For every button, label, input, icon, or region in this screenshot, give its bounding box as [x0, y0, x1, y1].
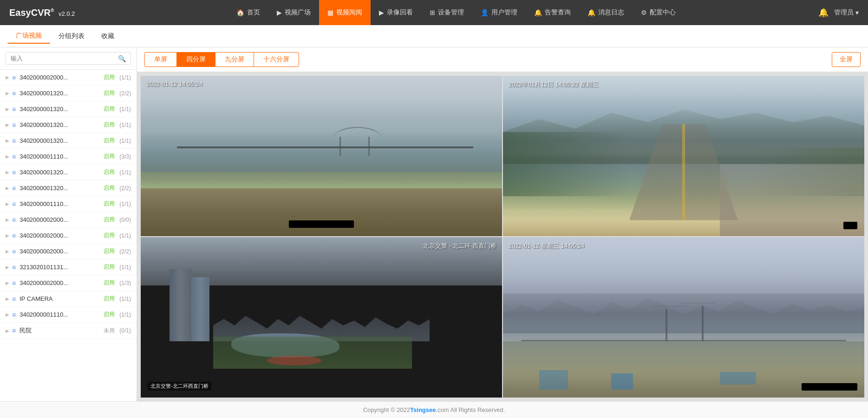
nine-screen-button[interactable]: 九分屏 [215, 52, 254, 67]
device-camera-icon: ≡ [12, 279, 16, 287]
device-camera-icon: ≡ [12, 121, 16, 129]
list-item[interactable]: ▶ ≡ 3402000001320... 启用 (2/2) [0, 86, 137, 101]
nav-config[interactable]: ⚙ 配置中心 [633, 0, 684, 25]
device-id-label: 3402000001320... [20, 90, 101, 97]
search-input[interactable] [6, 52, 131, 65]
footer-brand: Tsingsee [410, 406, 436, 413]
nav-video-browse[interactable]: ▦ 视频阅阅 [319, 0, 371, 25]
expand-arrow-icon: ▶ [6, 106, 9, 112]
single-screen-button[interactable]: 单屏 [144, 52, 177, 67]
nav-recording-label: 录像回看 [387, 8, 413, 17]
expand-arrow-icon: ▶ [6, 328, 9, 333]
list-item[interactable]: ▶ ≡ 3402000002000... 启用 (1/1) [0, 70, 137, 86]
notification-bell-icon[interactable]: 🔔 [818, 7, 829, 18]
record-icon: ▶ [379, 9, 384, 16]
nav-video-plaza[interactable]: ▶ 视频广场 [268, 0, 319, 25]
device-status-label: 启用 [104, 137, 115, 145]
device-status-label: 启用 [104, 295, 115, 303]
fullscreen-button[interactable]: 全屏 [832, 52, 861, 67]
sixteen-screen-button[interactable]: 十六分屏 [254, 52, 299, 67]
tab-plaza-video[interactable]: 广场视频 [7, 29, 50, 44]
alert-icon: 🔔 [534, 9, 542, 16]
device-status-label: 启用 [104, 73, 115, 81]
expand-arrow-icon: ▶ [6, 217, 9, 222]
device-camera-icon: ≡ [12, 295, 16, 303]
nav-user-mgmt[interactable]: 👤 用户管理 [472, 0, 526, 25]
watermark-bar-3: 北京交警-北二环西直门桥 [148, 382, 211, 391]
nav-message-label: 消息日志 [598, 8, 624, 17]
list-item[interactable]: ▶ ≡ IP CAMERA 启用 (1/1) [0, 291, 137, 307]
footer: Copyright © 2022 Tsingsee .com All Right… [0, 401, 868, 418]
list-item[interactable]: ▶ ≡ 3402000001320... 启用 (1/1) [0, 165, 137, 180]
list-item[interactable]: ▶ ≡ 3402000001110... 启用 (1/1) [0, 196, 137, 212]
expand-arrow-icon: ▶ [6, 201, 9, 206]
screen-mode-buttons: 单屏 四分屏 九分屏 十六分屏 [144, 52, 299, 67]
device-count-label: (0/0) [119, 217, 131, 223]
video-cell-3[interactable]: 北京交警 - 北二环·西直门桥 北京交警-北二环西直门桥 [141, 237, 502, 398]
device-status-label: 启用 [104, 279, 115, 287]
video-cell-2[interactable]: 2022年01月12日 14:05:22 星期三 [503, 76, 864, 236]
device-count-label: (0/1) [119, 327, 131, 334]
app-logo: EasyCVR® v2.0.2 [9, 7, 75, 18]
expand-arrow-icon: ▶ [6, 249, 9, 254]
device-status-label: 启用 [104, 168, 115, 176]
sidebar: 🔍 ▶ ≡ 3402000002000... 启用 (1/1) ▶ ≡ 3402… [0, 47, 137, 401]
sub-header: 广场视频 分组列表 收藏 [0, 25, 868, 47]
device-count-label: (2/2) [119, 248, 131, 255]
device-count-label: (1/1) [119, 232, 131, 239]
device-id-label: 3402000001320... [20, 121, 101, 128]
list-item[interactable]: ▶ ≡ 民院 未用 (0/1) [0, 323, 137, 339]
device-id-label: 3402000001320... [20, 169, 101, 176]
nav-device-mgmt[interactable]: ⊞ 设备管理 [421, 0, 472, 25]
device-camera-icon: ≡ [12, 169, 16, 176]
search-box: 🔍 [0, 47, 137, 70]
device-id-label: 3213020101131... [20, 264, 101, 271]
tab-favorites[interactable]: 收藏 [93, 29, 123, 43]
home-icon: 🏠 [236, 9, 244, 16]
header-right: 🔔 管理员 ▾ [818, 7, 859, 18]
video-timestamp-3: 北京交警 - 北二环·西直门桥 [423, 242, 496, 250]
chevron-down-icon: ▾ [855, 9, 859, 16]
user-menu-button[interactable]: 管理员 ▾ [834, 8, 859, 17]
device-id-label: 3402000002000... [20, 232, 101, 239]
device-count-label: (1/1) [119, 312, 131, 318]
nav-message-log[interactable]: 🔔 消息日志 [579, 0, 633, 25]
nav-alert[interactable]: 🔔 告警查询 [526, 0, 579, 25]
list-item[interactable]: ▶ ≡ 3402000001110... 启用 (1/1) [0, 307, 137, 323]
footer-copyright: Copyright © 2022 [363, 406, 410, 413]
device-status-label: 启用 [104, 311, 115, 318]
list-item[interactable]: ▶ ≡ 3402000001320... 启用 (2/2) [0, 180, 137, 196]
list-item[interactable]: ▶ ≡ 3402000002000... 启用 (1/1) [0, 228, 137, 244]
list-item[interactable]: ▶ ≡ 3402000002000... 启用 (2/2) [0, 244, 137, 259]
device-camera-icon: ≡ [12, 216, 16, 224]
device-status-label: 启用 [104, 232, 115, 239]
search-icon[interactable]: 🔍 [118, 55, 126, 62]
device-count-label: (1/1) [119, 169, 131, 176]
device-camera-icon: ≡ [12, 74, 16, 81]
list-item[interactable]: ▶ ≡ 3402000001320... 启用 (1/1) [0, 117, 137, 133]
device-id-label: 3402000001110... [20, 153, 101, 160]
nav-recording[interactable]: ▶ 录像回看 [371, 0, 421, 25]
expand-arrow-icon: ▶ [6, 312, 9, 317]
device-status-label: 启用 [104, 263, 115, 271]
device-count-label: (1/1) [119, 74, 131, 81]
four-screen-button[interactable]: 四分屏 [176, 52, 215, 67]
expand-arrow-icon: ▶ [6, 296, 9, 301]
nav-home[interactable]: 🏠 首页 [228, 0, 268, 25]
device-count-label: (2/2) [119, 90, 131, 97]
list-item[interactable]: ▶ ≡ 3402000002000... 启用 (1/3) [0, 275, 137, 291]
list-item[interactable]: ▶ ≡ 3402000001110... 启用 (3/3) [0, 149, 137, 165]
video-cell-1[interactable]: 2022-01-12 14:05:24 [141, 76, 502, 236]
list-item[interactable]: ▶ ≡ 3402000001320... 启用 (1/1) [0, 133, 137, 149]
tab-group-list[interactable]: 分组列表 [50, 29, 93, 43]
play-icon: ▶ [277, 9, 282, 16]
header: EasyCVR® v2.0.2 🏠 首页 ▶ 视频广场 ▦ 视频阅阅 ▶ 录像回… [0, 0, 868, 25]
list-item[interactable]: ▶ ≡ 3402000001320... 启用 (1/1) [0, 101, 137, 117]
expand-arrow-icon: ▶ [6, 138, 9, 143]
list-item[interactable]: ▶ ≡ 3213020101131... 启用 (1/1) [0, 259, 137, 275]
expand-arrow-icon: ▶ [6, 170, 9, 175]
video-cell-4[interactable]: 2022-01-12 星期三 14:05:24 [503, 237, 864, 398]
list-item[interactable]: ▶ ≡ 3402000002000... 启用 (0/0) [0, 212, 137, 228]
device-camera-icon: ≡ [12, 106, 16, 113]
watermark-bar-4 [802, 383, 857, 391]
